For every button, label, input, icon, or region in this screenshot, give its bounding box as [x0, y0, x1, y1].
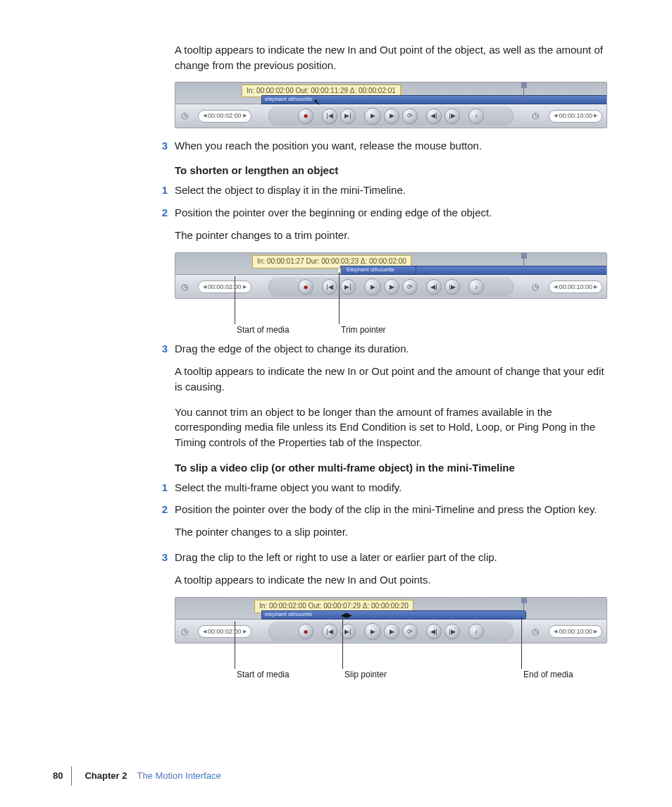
callout-label: End of media — [523, 669, 573, 681]
step-text: Select the object to display it in the m… — [175, 183, 605, 198]
figure-2: In: 00:00:01:27 Dur: 00:00:03;23 Δ: 00:0… — [175, 252, 605, 331]
duration-icon: ◷ — [529, 110, 542, 123]
step-text: Drag the edge of the object to change it… — [175, 341, 605, 357]
clip-bar[interactable]: Elephant silhouette — [340, 266, 416, 275]
transport-bar: ◷ ◀00:00:02:00▶ ● |◀ ▶| ▶ ▶ ⟳ ◀| |▶ ♪ — [175, 275, 606, 298]
counter-icon: ◷ — [178, 625, 191, 638]
audio-button[interactable]: ♪ — [468, 279, 484, 295]
step-number: 1 — [147, 183, 175, 198]
right-timecode[interactable]: ◀00:00:10:00▶ — [549, 281, 602, 293]
step-back-button[interactable]: ◀| — [426, 279, 442, 295]
chapter-label: Chapter 2 — [85, 770, 127, 783]
step-number: 3 — [147, 550, 175, 565]
audio-button[interactable]: ♪ — [468, 109, 484, 124]
step-fwd-button[interactable]: |▶ — [444, 279, 460, 295]
right-timecode[interactable]: ◀00:00:10:00▶ — [549, 110, 602, 123]
step-number: 3 — [147, 341, 175, 357]
play-range-button[interactable]: ▶ — [384, 279, 399, 295]
chapter-title: The Motion Interface — [137, 770, 220, 783]
step-text: Drag the clip to the left or right to us… — [175, 550, 605, 565]
step-sub: A tooltip appears to indicate the new In… — [175, 364, 605, 395]
go-start-button[interactable]: |◀ — [322, 109, 337, 124]
left-timecode-value: 00:00:02:00 — [208, 283, 242, 292]
callout-label: Start of media — [237, 669, 290, 681]
callout-label: Trim pointer — [341, 324, 386, 336]
mini-timeline[interactable]: In: 00:00:02:00 Out: 00:00:07:29 Δ: 00:0… — [175, 598, 606, 620]
section-heading: To shorten or lengthen an object — [175, 163, 605, 178]
intro-paragraph: A tooltip appears to indicate the new In… — [175, 42, 605, 73]
cursor-arrow-icon: ↖ — [313, 97, 321, 109]
step-number: 2 — [147, 502, 175, 517]
duration-icon: ◷ — [529, 281, 542, 293]
step-number: 1 — [147, 480, 175, 495]
step-text: Position the pointer over the beginning … — [175, 205, 605, 221]
step-fwd-button[interactable]: |▶ — [444, 109, 460, 124]
step-fwd-button[interactable]: |▶ — [444, 624, 460, 639]
mini-timeline[interactable]: In: 00:00:01:27 Dur: 00:00:03;23 Δ: 00:0… — [175, 253, 606, 275]
step-sub: The pointer changes to a trim pointer. — [175, 228, 605, 243]
left-timecode[interactable]: ◀00:00:02:00▶ — [198, 625, 251, 638]
transport-bar: ◷ ◀00:00:02:00▶ ● |◀ ▶| ▶ ▶ ⟳ ◀| |▶ ♪ — [175, 104, 606, 128]
play-button[interactable]: ▶ — [364, 278, 381, 295]
counter-icon: ◷ — [178, 110, 191, 123]
play-range-button[interactable]: ▶ — [384, 624, 399, 639]
section-heading: To slip a video clip (or other multi-fra… — [175, 460, 605, 476]
left-timecode[interactable]: ◀00:00:02:00▶ — [198, 110, 251, 123]
page-number: 80 — [53, 770, 63, 783]
record-button[interactable]: ● — [298, 109, 313, 124]
step-number: 2 — [147, 205, 175, 221]
loop-button[interactable]: ⟳ — [402, 279, 418, 295]
go-start-button[interactable]: |◀ — [322, 279, 337, 295]
step-sub: A tooltip appears to indicate the new In… — [175, 572, 605, 588]
record-button[interactable]: ● — [298, 279, 313, 295]
figure-1: In: 00:00:02:00 Out: 00:00:11:29 Δ: 00:0… — [175, 82, 605, 128]
left-timecode-value: 00:00:02:00 — [208, 111, 242, 121]
step-back-button[interactable]: ◀| — [426, 109, 442, 124]
step-text: Select the multi-frame object you want t… — [175, 480, 605, 495]
duration-icon: ◷ — [529, 625, 542, 638]
left-timecode[interactable]: ◀00:00:02:00▶ — [198, 281, 251, 293]
loop-button[interactable]: ⟳ — [402, 624, 418, 639]
go-end-button[interactable]: ▶| — [340, 109, 356, 124]
left-timecode-value: 00:00:02:00 — [208, 627, 242, 636]
page-footer: 80 Chapter 2 The Motion Interface — [53, 766, 605, 786]
play-range-button[interactable]: ▶ — [384, 109, 399, 124]
counter-icon: ◷ — [178, 281, 191, 293]
trim-pointer-icon: ▮ — [337, 266, 342, 276]
play-button[interactable]: ▶ — [364, 108, 381, 125]
figure-3: In: 00:00:02:00 Out: 00:00:07:29 Δ: 00:0… — [175, 597, 605, 676]
clip-bar[interactable]: elephant silhouette — [261, 610, 526, 620]
step-sub: The pointer changes to a slip pointer. — [175, 524, 605, 540]
right-timecode[interactable]: ◀00:00:10:00▶ — [549, 625, 602, 638]
right-timecode-value: 00:00:10:00 — [559, 283, 592, 292]
go-start-button[interactable]: |◀ — [322, 624, 337, 639]
right-timecode-value: 00:00:10:00 — [559, 111, 592, 121]
callout-label: Start of media — [237, 324, 290, 336]
callout-label: Slip pointer — [344, 669, 387, 681]
step-number: 3 — [147, 138, 175, 154]
play-button[interactable]: ▶ — [364, 623, 381, 640]
step-text: Position the pointer over the body of th… — [175, 502, 605, 517]
step-sub: You cannot trim an object to be longer t… — [175, 405, 605, 450]
transport-bar: ◷ ◀00:00:02:00▶ ● |◀ ▶| ▶ ▶ ⟳ ◀| |▶ ♪ — [175, 620, 606, 643]
right-timecode-value: 00:00:10:00 — [559, 627, 592, 636]
record-button[interactable]: ● — [298, 624, 313, 639]
mini-timeline[interactable]: In: 00:00:02:00 Out: 00:00:11:29 Δ: 00:0… — [175, 82, 606, 104]
step-back-button[interactable]: ◀| — [426, 624, 442, 639]
step-text: When you reach the position you want, re… — [175, 138, 605, 154]
audio-button[interactable]: ♪ — [468, 624, 484, 639]
loop-button[interactable]: ⟳ — [402, 109, 418, 124]
go-end-button[interactable]: ▶| — [340, 279, 356, 295]
